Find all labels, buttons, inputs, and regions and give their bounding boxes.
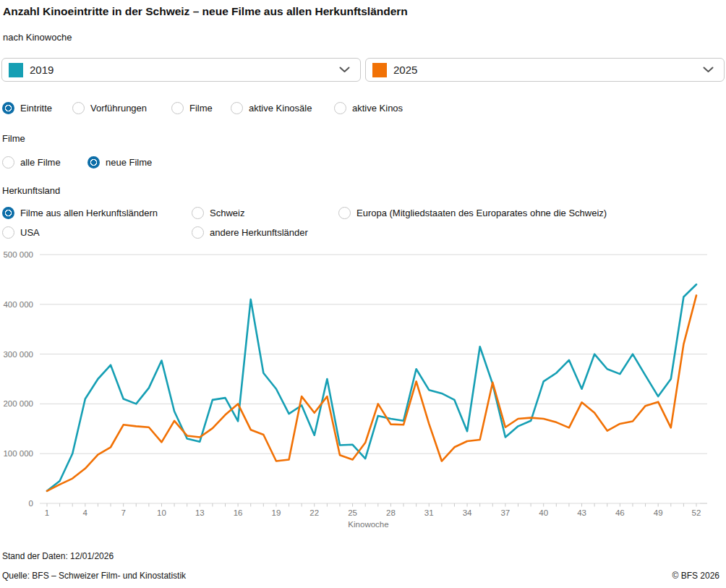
chevron-down-icon <box>703 67 714 73</box>
svg-text:10: 10 <box>157 508 166 517</box>
page-subtitle: nach Kinowoche <box>3 32 72 43</box>
radio-metric-aktive-kinosaele[interactable]: aktive Kinosäle <box>231 101 312 114</box>
radio-herkunft-schweiz[interactable]: Schweiz <box>192 206 244 219</box>
series-color-swatch-2025 <box>372 63 387 77</box>
radio-label: alle Filme <box>20 157 61 168</box>
year-dropdown-2025[interactable]: 2025 <box>365 58 725 82</box>
radio-herkunft-alle-laender[interactable]: Filme aus allen Herkunftsländern <box>2 206 158 219</box>
radio-label: Europa (Mitgliedstaaten des Europarates … <box>356 208 607 218</box>
year-dropdown-2019[interactable]: 2019 <box>1 58 361 82</box>
radio-icon <box>231 102 243 114</box>
svg-text:0: 0 <box>29 499 33 508</box>
radio-neue-filme[interactable]: neue Filme <box>87 155 152 169</box>
bfs-kino-statistik-page: Anzahl Kinoeintritte in der Schweiz – ne… <box>0 0 726 588</box>
svg-text:49: 49 <box>654 508 663 517</box>
radio-metric-filme[interactable]: Filme <box>171 101 213 114</box>
radio-icon <box>2 156 14 169</box>
radio-icon <box>192 226 204 239</box>
data-status-text: Stand der Daten: 12/01/2026 <box>2 551 114 561</box>
filme-group-heading: Filme <box>2 133 25 144</box>
radio-label: Filme aus allen Herkunftsländern <box>20 208 158 218</box>
svg-text:1: 1 <box>45 508 49 517</box>
svg-text:43: 43 <box>577 508 586 517</box>
radio-label: aktive Kinosäle <box>249 103 312 114</box>
svg-text:100 000: 100 000 <box>3 449 33 458</box>
radio-icon <box>72 102 85 114</box>
radio-icon <box>338 207 351 219</box>
radio-icon <box>2 226 14 239</box>
radio-icon <box>334 102 346 114</box>
source-text: Quelle: BFS – Schweizer Film- und Kinost… <box>2 571 186 581</box>
radio-label: USA <box>20 227 40 238</box>
svg-text:31: 31 <box>424 508 434 517</box>
radio-herkunft-andere[interactable]: andere Herkunftsländer <box>192 226 308 239</box>
year-dropdown-2025-value: 2025 <box>393 64 417 76</box>
radio-icon <box>2 207 14 219</box>
radio-label: andere Herkunftsländer <box>210 227 308 238</box>
radio-label: Schweiz <box>210 208 244 218</box>
svg-text:7: 7 <box>121 508 125 517</box>
svg-text:37: 37 <box>500 508 510 517</box>
radio-metric-eintritte[interactable]: Eintritte <box>2 101 52 114</box>
radio-label: Filme <box>189 103 213 114</box>
svg-text:46: 46 <box>615 508 625 517</box>
svg-text:Kinowoche: Kinowoche <box>348 520 388 529</box>
radio-herkunft-usa[interactable]: USA <box>2 226 40 239</box>
radio-icon <box>171 102 184 114</box>
radio-icon <box>87 156 100 169</box>
svg-text:22: 22 <box>309 508 319 517</box>
radio-metric-aktive-kinos[interactable]: aktive Kinos <box>334 101 403 114</box>
radio-label: neue Filme <box>106 157 152 168</box>
copyright-text: © BFS 2026 <box>672 571 719 581</box>
svg-text:25: 25 <box>348 508 357 517</box>
svg-text:400 000: 400 000 <box>3 300 33 309</box>
svg-text:16: 16 <box>234 508 243 517</box>
radio-alle-filme[interactable]: alle Filme <box>2 155 61 169</box>
svg-text:200 000: 200 000 <box>3 399 33 408</box>
radio-icon <box>192 207 204 219</box>
year-dropdown-2019-value: 2019 <box>30 64 54 76</box>
svg-text:300 000: 300 000 <box>3 350 33 359</box>
series-color-swatch-2019 <box>9 63 23 77</box>
svg-text:34: 34 <box>463 508 472 517</box>
svg-text:52: 52 <box>692 508 701 517</box>
svg-text:28: 28 <box>386 508 396 517</box>
svg-text:40: 40 <box>539 508 548 517</box>
radio-herkunft-europa[interactable]: Europa (Mitgliedstaaten des Europarates … <box>338 206 607 219</box>
chart-canvas: 0100 000200 000300 000400 000500 0001471… <box>0 246 726 535</box>
radio-label: aktive Kinos <box>352 103 403 114</box>
svg-text:4: 4 <box>83 508 88 517</box>
svg-text:13: 13 <box>195 508 205 517</box>
radio-label: Vorführungen <box>90 103 147 114</box>
line-chart-kinoeintritte: 0100 000200 000300 000400 000500 0001471… <box>0 246 726 535</box>
radio-icon <box>2 102 14 114</box>
svg-text:500 000: 500 000 <box>3 250 33 259</box>
page-title: Anzahl Kinoeintritte in der Schweiz – ne… <box>3 5 408 18</box>
herkunftsland-group-heading: Herkunftsland <box>2 185 60 196</box>
svg-text:19: 19 <box>272 508 281 517</box>
radio-metric-vorfuehrungen[interactable]: Vorführungen <box>72 101 147 114</box>
chevron-down-icon <box>339 67 350 73</box>
radio-label: Eintritte <box>20 103 52 114</box>
